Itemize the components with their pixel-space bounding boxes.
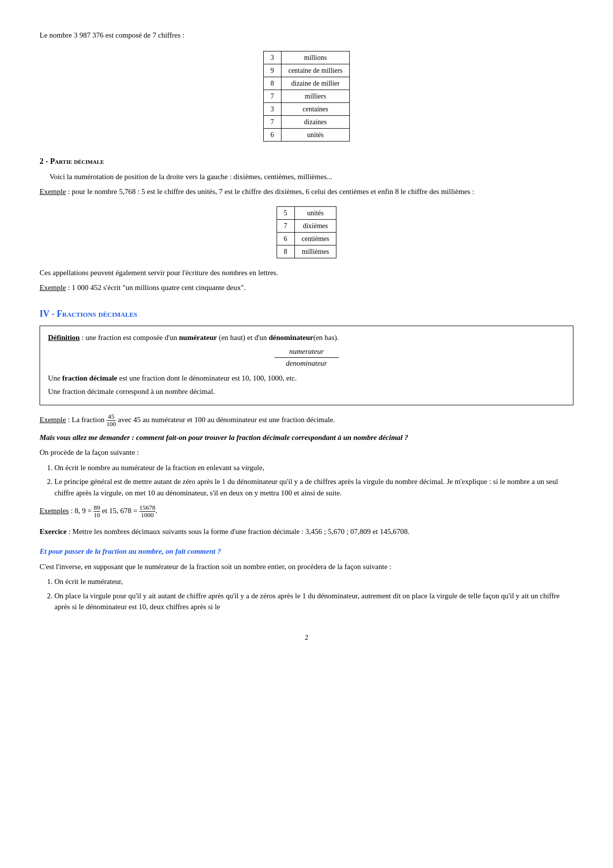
intro-paragraph: Le nombre 3 987 376 est composé de 7 chi… bbox=[40, 30, 573, 41]
place-name-cell: dizaines bbox=[281, 115, 350, 128]
def-line-1: Définition : une fraction est composée d… bbox=[48, 332, 565, 343]
example3-paragraph: Exemple : La fraction 45100 avec 45 au n… bbox=[40, 413, 573, 428]
intro-text: Le nombre 3 987 376 est composé de 7 chi… bbox=[40, 30, 573, 41]
examples-text2: et 15, 678 = bbox=[100, 507, 139, 515]
digit-cell: 6 bbox=[277, 232, 294, 245]
step-1: On écrit le nombre au numérateur de la f… bbox=[54, 462, 573, 474]
digit-cell: 8 bbox=[277, 245, 294, 258]
table-row: 3millions bbox=[263, 51, 350, 64]
fraction-numerator-label: numerateur bbox=[275, 346, 339, 358]
def-text-1: : une fraction est composée d'un bbox=[80, 334, 179, 341]
def-line-3: Une fraction décimale correspond à un no… bbox=[48, 386, 565, 397]
section2-title: 2 - Partie décimale bbox=[40, 155, 573, 167]
ex1-frac-num: 89 bbox=[94, 504, 100, 512]
place-name-cell: dizaine de millier bbox=[281, 77, 350, 90]
place-name-cell: centaine de milliers bbox=[281, 64, 350, 77]
examples-paragraph: Exemples : 8, 9 = 8910 et 15, 678 = 1567… bbox=[40, 504, 573, 519]
examples-label: Exemples bbox=[40, 507, 69, 515]
question-text: Mais vous allez me demander : comment fa… bbox=[40, 434, 408, 441]
def-line2-c: est une fraction dont le dénominateur es… bbox=[117, 374, 297, 382]
decimal-place-name-cell: dixièmes bbox=[294, 219, 336, 232]
ex2-frac-den: 1000 bbox=[140, 512, 156, 519]
definition-label: Définition bbox=[48, 334, 80, 341]
decimal-place-name-cell: unités bbox=[294, 206, 336, 219]
digit-cell: 7 bbox=[263, 90, 281, 102]
exercice-label: Exercice bbox=[40, 528, 67, 535]
exercice-paragraph: Exercice : Mettre les nombres décimaux s… bbox=[40, 526, 573, 537]
example-label-2: Exemple bbox=[40, 284, 66, 291]
table-row: 7dixièmes bbox=[277, 219, 336, 232]
ex1-frac-den: 10 bbox=[94, 512, 100, 519]
example2-text: Exemple : 1 000 452 s'écrit "un millions… bbox=[40, 282, 573, 293]
digit-cell: 7 bbox=[263, 115, 281, 128]
ex3-frac-den: 100 bbox=[106, 421, 116, 428]
decimal-place-name-cell: centièmes bbox=[294, 232, 336, 245]
ex-fraction-2: 156781000 bbox=[140, 504, 156, 519]
question-paragraph: Mais vous allez me demander : comment fa… bbox=[40, 432, 573, 443]
page-number: 2 bbox=[40, 632, 573, 643]
exercice-text: : Mettre les nombres décimaux suivants s… bbox=[67, 528, 410, 535]
fraction-denominator-label: denominateur bbox=[271, 358, 342, 369]
table-row: 9centaine de milliers bbox=[263, 64, 350, 77]
decimal-place-table: 5unités7dixièmes6centièmes8millièmes bbox=[277, 206, 337, 258]
def-numerateur: numérateur bbox=[179, 334, 217, 341]
step2-1: On écrit le numérateur, bbox=[54, 576, 573, 587]
def-line2-a: Une bbox=[48, 374, 62, 382]
question-italic-part: Mais vous allez me demander : bbox=[40, 434, 136, 441]
example2-content: : 1 000 452 s'écrit "un millions quatre … bbox=[66, 284, 245, 291]
digit-cell: 6 bbox=[263, 128, 281, 141]
table-row: 6unités bbox=[263, 128, 350, 141]
examples-text1: : 8, 9 = bbox=[69, 507, 94, 515]
ex2-frac-num: 15678 bbox=[140, 504, 156, 512]
def-denominateur: dénominateur bbox=[269, 334, 313, 341]
proceed-text: On procède de la façon suivante : bbox=[40, 447, 573, 458]
digit-cell: 3 bbox=[263, 102, 281, 115]
def-mid: (en haut) et d'un bbox=[217, 334, 269, 341]
section2-example: Exemple : pour le nombre 5,768 : 5 est l… bbox=[40, 186, 573, 197]
inverse-text: C'est l'inverse, en supposant que le num… bbox=[40, 561, 573, 573]
table-row: 8dizaine de millier bbox=[263, 77, 350, 90]
def-line-2: Une fraction décimale est une fraction d… bbox=[48, 373, 565, 384]
digit-cell: 9 bbox=[263, 64, 281, 77]
example3-fraction: 45100 bbox=[106, 413, 116, 428]
place-name-cell: unités bbox=[281, 128, 350, 141]
ex-fraction-1: 8910 bbox=[94, 504, 100, 519]
ex3-frac-num: 45 bbox=[106, 413, 116, 421]
fraction-display: numerateur denominateur bbox=[48, 346, 565, 369]
table-row: 7milliers bbox=[263, 90, 350, 102]
def-fraction-decimale: fraction décimale bbox=[62, 374, 117, 382]
steps2-list: On écrit le numérateur, On place la virg… bbox=[54, 576, 573, 613]
table-row: 3centaines bbox=[263, 102, 350, 115]
definition-box: Définition : une fraction est composée d… bbox=[40, 326, 573, 406]
example-label-1: Exemple bbox=[40, 188, 66, 195]
place-value-table-wrap: 3millions9centaine de milliers8dizaine d… bbox=[40, 51, 573, 142]
table-row: 8millièmes bbox=[277, 245, 336, 258]
digit-cell: 3 bbox=[263, 51, 281, 64]
example3-text1: : La fraction bbox=[66, 416, 106, 424]
table-row: 6centièmes bbox=[277, 232, 336, 245]
place-value-table: 3millions9centaine de milliers8dizaine d… bbox=[263, 51, 350, 142]
italic-question: Et pour passer de la fraction au nombre,… bbox=[40, 546, 573, 557]
table-row: 5unités bbox=[277, 206, 336, 219]
section4-title: IV - Fractions décimales bbox=[40, 307, 573, 321]
place-name-cell: millions bbox=[281, 51, 350, 64]
steps-list: On écrit le nombre au numérateur de la f… bbox=[54, 462, 573, 499]
example-label-3: Exemple bbox=[40, 416, 66, 424]
example-text-1: : pour le nombre 5,768 : 5 est le chiffr… bbox=[66, 188, 474, 195]
digit-cell: 5 bbox=[277, 206, 294, 219]
step-2: Le principe général est de mettre autant… bbox=[54, 476, 573, 498]
place-name-cell: milliers bbox=[281, 90, 350, 102]
digit-cell: 7 bbox=[277, 219, 294, 232]
digit-cell: 8 bbox=[263, 77, 281, 90]
def-end: (en bas). bbox=[313, 334, 339, 341]
step2-2: On place la virgule pour qu'il y ait aut… bbox=[54, 590, 573, 613]
decimal-table-wrap: 5unités7dixièmes6centièmes8millièmes bbox=[40, 206, 573, 258]
question-bold-italic: comment fait-on pour trouver la fraction… bbox=[136, 434, 408, 441]
examples-text3: . bbox=[155, 507, 157, 515]
example3-text2: avec 45 au numérateur et 100 au dénomina… bbox=[116, 416, 335, 424]
appellations-text: Ces appellations peuvent également servi… bbox=[40, 267, 573, 279]
table-row: 7dizaines bbox=[263, 115, 350, 128]
decimal-place-name-cell: millièmes bbox=[294, 245, 336, 258]
section2-intro: Voici la numérotation de position de la … bbox=[49, 171, 573, 183]
place-name-cell: centaines bbox=[281, 102, 350, 115]
